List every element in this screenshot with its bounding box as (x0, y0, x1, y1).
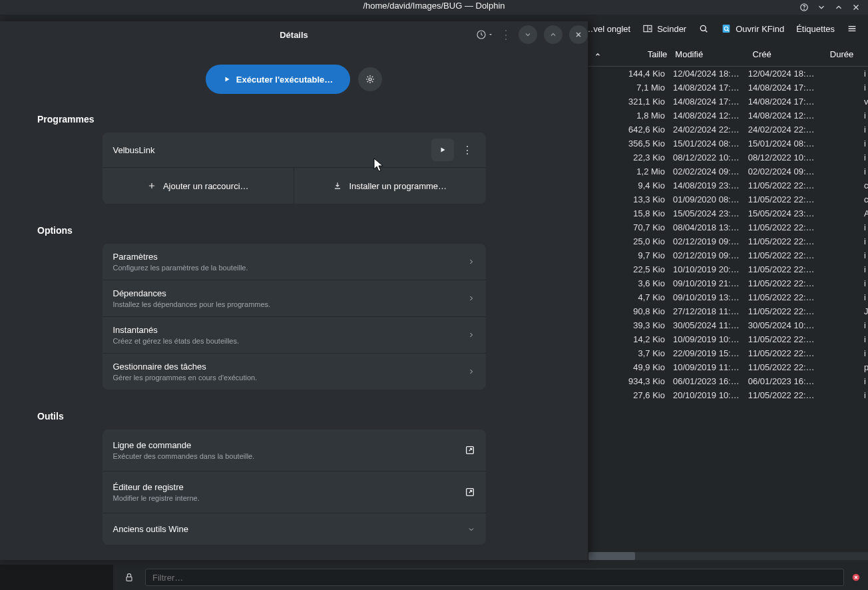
chevron-right-icon (467, 258, 475, 266)
menu-dots-icon[interactable]: ⋮ (500, 27, 512, 42)
table-row[interactable]: 144,4 Kio12/04/2024 18:1612/04/2024 18:1… (588, 67, 868, 81)
table-row[interactable]: 3,6 Kio09/10/2019 21:5211/05/2022 22:06i (588, 276, 868, 290)
table-row[interactable]: 27,6 Kio20/10/2019 10:5911/05/2022 22:06… (588, 388, 868, 402)
kfind-label: Ouvrir KFind (736, 24, 784, 34)
program-more-icon[interactable]: ⋮ (459, 139, 475, 161)
table-row[interactable]: 70,7 Kio08/04/2018 13:3211/05/2022 22:06… (588, 220, 868, 234)
run-executable-label: Exécuter l'exécutable… (236, 75, 333, 85)
table-row[interactable]: 15,8 Kio15/05/2024 23:2115/05/2024 23:21… (588, 206, 868, 220)
table-row[interactable]: 1,2 Mio02/02/2024 09:1102/02/2024 09:11i (588, 164, 868, 178)
table-row[interactable]: 90,8 Kio27/12/2018 11:3911/05/2022 22:06… (588, 304, 868, 318)
tags-button[interactable]: Étiquettes (796, 24, 835, 34)
table-row[interactable]: 13,3 Kio01/09/2020 08:3611/05/2022 22:06… (588, 192, 868, 206)
details-header: Détails ⋮ (0, 21, 588, 48)
col-modified[interactable]: Modifié (671, 49, 748, 59)
section-programs: Programmes (37, 114, 569, 125)
option-row[interactable]: DépendancesInstallez les dépendances pou… (103, 280, 486, 317)
search-button[interactable] (698, 23, 709, 34)
table-row[interactable]: 9,4 Kio14/08/2019 23:3011/05/2022 22:06c (588, 178, 868, 192)
install-program-label: Installer un programme… (349, 181, 447, 191)
programs-card: VelbusLink ⋮ Ajouter un raccourci… Insta… (103, 133, 486, 204)
table-row[interactable]: 14,2 Kio10/09/2019 10:3511/05/2022 22:06… (588, 332, 868, 346)
table-row[interactable]: 39,3 Kio30/05/2024 11:1130/05/2024 10:59… (588, 318, 868, 332)
open-external-icon (465, 445, 475, 455)
table-row[interactable]: 642,6 Kio24/02/2024 22:0824/02/2024 22:0… (588, 123, 868, 137)
section-tools: Outils (37, 411, 569, 422)
section-options: Options (37, 225, 569, 236)
table-row[interactable]: 22,3 Kio08/12/2022 10:0708/12/2022 10:07… (588, 150, 868, 164)
kfind-button[interactable]: Ouvrir KFind (721, 23, 784, 34)
table-row[interactable]: 934,3 Kio06/01/2023 16:1106/01/2023 16:1… (588, 374, 868, 388)
tools-card: Ligne de commandeExécuter des commandes … (103, 430, 486, 545)
details-title: Détails (280, 30, 308, 40)
sort-indicator-icon[interactable] (588, 51, 607, 58)
table-row[interactable]: 9,7 Kio02/12/2019 09:3911/05/2022 22:06i (588, 248, 868, 262)
close-panel-button[interactable] (569, 25, 588, 44)
option-row[interactable]: ParamètresConfigurez les paramètres de l… (103, 244, 486, 280)
col-created[interactable]: Créé (749, 49, 826, 59)
col-duration[interactable]: Durée (826, 49, 868, 59)
filter-clear-icon[interactable] (851, 572, 861, 583)
program-play-button[interactable] (431, 139, 454, 161)
col-size[interactable]: Taille (607, 49, 672, 59)
details-panel: Détails ⋮ Exécuter l'exécutable… Program… (0, 21, 588, 560)
maximize-icon[interactable] (833, 2, 844, 13)
add-shortcut-label: Ajouter un raccourci… (163, 181, 249, 191)
hamburger-menu[interactable] (847, 23, 857, 34)
svg-point-3 (701, 25, 706, 31)
nav-down-button[interactable] (519, 25, 537, 44)
table-row[interactable]: 356,5 Kio15/01/2024 08:3415/01/2024 08:3… (588, 137, 868, 150)
chevron-right-icon (467, 331, 475, 339)
tool-row[interactable]: Anciens outils Wine (103, 513, 486, 545)
install-program-button[interactable]: Installer un programme… (294, 168, 486, 204)
new-tab-button[interactable]: …vel onglet (584, 24, 630, 34)
tool-row[interactable]: Éditeur de registreModifier le registre … (103, 471, 486, 513)
option-row[interactable]: Gestionnaire des tâchesGérer les program… (103, 354, 486, 390)
program-name: VelbusLink (113, 145, 431, 155)
table-row[interactable]: 25,0 Kio02/12/2019 09:3811/05/2022 22:06… (588, 234, 868, 248)
table-row[interactable]: 321,1 Kio14/08/2024 17:2514/08/2024 17:2… (588, 95, 868, 109)
options-card: ParamètresConfigurez les paramètres de l… (103, 244, 486, 390)
help-icon[interactable] (799, 2, 809, 13)
split-label: Scinder (657, 24, 686, 34)
svg-point-8 (369, 78, 371, 81)
file-table-header[interactable]: Taille Modifié Créé Durée (588, 43, 868, 67)
filter-bar (113, 565, 868, 590)
table-row[interactable]: 49,9 Kio10/09/2019 11:0211/05/2022 22:06… (588, 360, 868, 374)
settings-gear-button[interactable] (358, 67, 382, 91)
tool-row[interactable]: Ligne de commandeExécuter des commandes … (103, 430, 486, 471)
nav-up-button[interactable] (544, 25, 562, 44)
window-controls (799, 2, 868, 13)
horizontal-scrollbar[interactable] (588, 552, 868, 560)
file-rows[interactable]: 144,4 Kio12/04/2024 18:1612/04/2024 18:1… (588, 67, 868, 402)
svg-rect-6 (126, 577, 132, 581)
panel-bottom-left (0, 565, 113, 590)
option-row[interactable]: InstantanésCréez et gérez les états des … (103, 317, 486, 354)
table-row[interactable]: 3,7 Kio22/09/2019 15:1111/05/2022 22:06i (588, 346, 868, 360)
close-icon[interactable] (851, 2, 861, 13)
table-row[interactable]: 22,5 Kio10/10/2019 20:3511/05/2022 22:06… (588, 262, 868, 276)
svg-point-1 (804, 9, 805, 10)
run-executable-button[interactable]: Exécuter l'exécutable… (206, 65, 350, 94)
add-shortcut-button[interactable]: Ajouter un raccourci… (103, 168, 295, 204)
file-table: Taille Modifié Créé Durée 144,4 Kio12/04… (588, 43, 868, 560)
history-button[interactable] (476, 29, 493, 40)
chevron-right-icon (467, 368, 475, 376)
program-item[interactable]: VelbusLink ⋮ (103, 133, 486, 167)
new-tab-label: …vel onglet (584, 24, 630, 34)
table-row[interactable]: 1,8 Mio14/08/2024 12:1614/08/2024 12:17i (588, 109, 868, 123)
table-row[interactable]: 7,1 Mio14/08/2024 17:2614/08/2024 17:26i (588, 81, 868, 95)
split-button[interactable]: Scinder (642, 23, 686, 34)
table-row[interactable]: 4,7 Kio09/10/2019 13:3511/05/2022 22:06i (588, 290, 868, 304)
filter-input[interactable] (145, 569, 844, 586)
window-titlebar: /home/david/Images/BUG — Dolphin (0, 0, 868, 15)
tags-label: Étiquettes (796, 24, 835, 34)
window-title: /home/david/Images/BUG — Dolphin (363, 1, 505, 11)
open-external-icon (465, 487, 475, 497)
chevron-down-icon (467, 525, 475, 533)
scrollbar-thumb[interactable] (588, 552, 635, 560)
chevron-right-icon (467, 294, 475, 302)
minimize-icon[interactable] (816, 2, 827, 13)
lock-icon[interactable] (120, 568, 138, 587)
